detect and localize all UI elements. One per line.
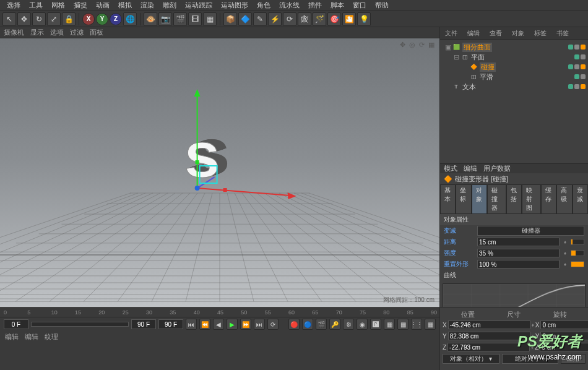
tool-render-1[interactable]: 📷 (158, 12, 172, 26)
panel-tab-标签[interactable]: 标签 (529, 29, 551, 38)
coord-Z-1[interactable] (540, 343, 588, 351)
prop-input[interactable] (477, 238, 560, 246)
viewport-nav-icons[interactable]: ✥ ◎ ⟳ ▦ (400, 41, 435, 49)
visibility-dot[interactable] (581, 45, 586, 49)
play-btn-2[interactable]: ◀ (213, 319, 224, 330)
menu-动画[interactable]: 动画 (92, 1, 114, 10)
visibility-dot[interactable] (581, 74, 586, 79)
panel-tab-书签[interactable]: 书签 (551, 29, 574, 38)
viewport[interactable]: ✥ ◎ ⟳ ▦ 网格间距：100 cm (0, 38, 439, 307)
menu-模拟[interactable]: 模拟 (114, 1, 136, 10)
menu-窗口[interactable]: 窗口 (348, 1, 371, 10)
edit-tab[interactable]: 编辑 (5, 332, 19, 342)
visibility-dot[interactable] (568, 64, 573, 69)
attr-menu-模式[interactable]: 模式 (444, 164, 457, 173)
tool-world-0[interactable]: 🌐 (123, 12, 137, 26)
visibility-dot[interactable] (581, 64, 586, 69)
slider[interactable] (571, 250, 584, 256)
vp-layout-icon[interactable]: ▦ (428, 41, 435, 49)
play-btn-1[interactable]: ⏪ (199, 319, 210, 330)
apply-button[interactable]: 应用 (561, 354, 586, 364)
vp-menu-摄像机[interactable]: 摄像机 (4, 28, 24, 37)
vp-zoom-icon[interactable]: ◎ (409, 41, 415, 49)
visibility-dot[interactable] (581, 84, 586, 89)
visibility-dot[interactable] (568, 45, 573, 49)
axis-x-button[interactable]: X (82, 13, 95, 25)
menu-运动图形[interactable]: 运动图形 (217, 1, 253, 10)
mode-btn-10[interactable]: ▦ (425, 319, 436, 330)
menu-运动跟踪[interactable]: 运动跟踪 (181, 1, 217, 10)
vp-menu-面板[interactable]: 面板 (90, 28, 103, 37)
tool-create-5[interactable]: 🕸 (298, 12, 311, 26)
play-btn-4[interactable]: ⏩ (240, 319, 251, 330)
tool-render-3[interactable]: 🎞 (188, 12, 202, 26)
menu-网格[interactable]: 网格 (47, 1, 69, 10)
tree-label[interactable]: 平面 (471, 53, 485, 62)
attr-tab-包括[interactable]: 包括 (506, 184, 522, 214)
vp-orbit-icon[interactable]: ⟳ (419, 41, 425, 49)
tree-label[interactable]: 细分曲面 (462, 43, 492, 52)
vp-menu-过滤[interactable]: 过滤 (70, 28, 84, 37)
mode-btn-2[interactable]: 🎬 (316, 319, 327, 330)
axis-z-button[interactable]: Z (110, 13, 122, 25)
panel-tab-对象[interactable]: 对象 (507, 29, 529, 38)
play-btn-3[interactable]: ▶ (227, 319, 238, 330)
mode-btn-5[interactable]: ◉ (357, 319, 368, 330)
mode-btn-6[interactable]: 🅿 (370, 319, 381, 330)
mode-btn-0[interactable]: 🔴 (288, 319, 300, 330)
visibility-dot[interactable] (568, 84, 573, 89)
mode-btn-7[interactable]: ▦ (384, 319, 395, 330)
menu-插件[interactable]: 插件 (304, 1, 326, 10)
attr-menu-用户数据[interactable]: 用户数据 (483, 164, 511, 173)
tool-create-3[interactable]: ⚡ (268, 12, 282, 26)
coord-mode-select[interactable]: 绝对尺寸 ▾ (502, 354, 559, 364)
tree-item[interactable]: ▣🟩细分曲面 (443, 42, 586, 52)
slider[interactable] (571, 261, 584, 267)
tree-label[interactable]: 文本 (462, 82, 476, 92)
prop-input[interactable] (477, 249, 560, 257)
tree-label[interactable]: 平滑 (480, 72, 493, 82)
frame-end[interactable] (131, 319, 156, 329)
timeline-scrub[interactable] (31, 322, 129, 327)
tree-item[interactable]: T文本 (443, 82, 586, 92)
timeline-ruler[interactable]: 051015202530354045505560657075808590 (0, 308, 439, 317)
slider[interactable] (571, 239, 584, 245)
menu-渲染[interactable]: 渲染 (136, 1, 158, 10)
menu-帮助[interactable]: 帮助 (371, 1, 393, 10)
tool-move-1[interactable]: ✥ (17, 12, 31, 26)
vp-menu-选项[interactable]: 选项 (50, 28, 64, 37)
tool-create-6[interactable]: 🪄 (313, 12, 326, 26)
vp-menu-显示[interactable]: 显示 (30, 28, 44, 37)
tool-create-7[interactable]: 🎯 (327, 12, 341, 26)
visibility-dot[interactable] (574, 64, 579, 69)
menu-工具[interactable]: 工具 (25, 1, 47, 10)
prop-select[interactable]: 碰撞器 (477, 226, 584, 236)
coord-Y-0[interactable] (448, 332, 530, 340)
menu-雕刻[interactable]: 雕刻 (158, 1, 181, 10)
frame-start[interactable] (4, 319, 28, 329)
coord-Y-1[interactable] (540, 332, 588, 340)
tool-move-3[interactable]: ⤢ (47, 12, 61, 26)
tool-move-4[interactable]: 🔒 (62, 12, 76, 26)
attr-tab-基本[interactable]: 基本 (440, 184, 456, 214)
tree-item[interactable]: 🔶碰撞 (443, 62, 586, 72)
attr-tab-碰撞器[interactable]: 碰撞器 (487, 184, 506, 214)
tool-render-2[interactable]: 🎬 (173, 12, 187, 26)
panel-tab-查看[interactable]: 查看 (485, 29, 507, 38)
tree-item[interactable]: ⊟◫平面 (443, 52, 586, 62)
coord-X-1[interactable] (540, 321, 588, 329)
tool-render-4[interactable]: ▦ (203, 12, 217, 26)
object-manager[interactable]: ▣🟩细分曲面⊟◫平面🔶碰撞◫平滑T文本 (440, 40, 588, 163)
play-btn-5[interactable]: ⏭ (254, 319, 265, 330)
attr-menu-编辑[interactable]: 编辑 (464, 164, 477, 173)
panel-tab-编辑[interactable]: 编辑 (462, 29, 485, 38)
visibility-dot[interactable] (574, 54, 579, 59)
menu-捕捉[interactable]: 捕捉 (69, 1, 92, 10)
coord-X-0[interactable] (448, 321, 530, 329)
attr-tab-映射图[interactable]: 映射图 (522, 184, 541, 214)
attr-tab-高级[interactable]: 高级 (556, 184, 572, 214)
tool-create-4[interactable]: ⟳ (283, 12, 296, 26)
mode-btn-8[interactable]: ▦ (397, 319, 409, 330)
edit-tab[interactable]: 编辑 (25, 332, 38, 342)
coord-mode-select[interactable]: 对象（相对） ▾ (443, 354, 499, 364)
